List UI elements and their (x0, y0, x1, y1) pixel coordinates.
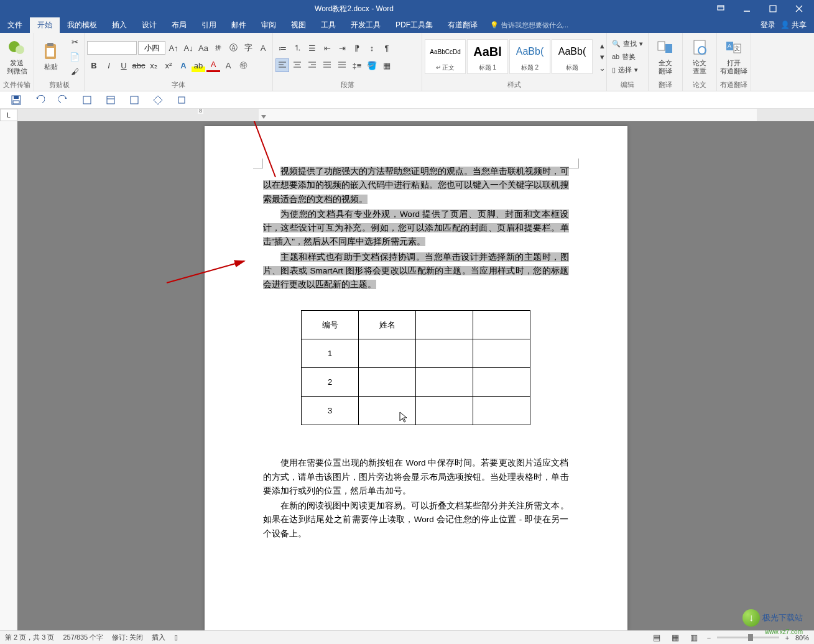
increase-indent-button[interactable]: ⇥ (335, 41, 349, 55)
bold-button[interactable]: B (87, 58, 101, 72)
underline-button[interactable]: U (117, 58, 131, 72)
shading-button[interactable]: 🪣 (365, 58, 379, 72)
italic-button[interactable]: I (102, 58, 116, 72)
phonetic-button[interactable]: 拼 (211, 41, 225, 55)
tab-tools[interactable]: 工具 (313, 17, 343, 33)
char-shading-button[interactable]: A (221, 58, 235, 72)
status-words[interactable]: 257/835 个字 (63, 633, 103, 642)
subscript-button[interactable]: x₂ (147, 58, 160, 72)
grow-font-button[interactable]: A↑ (167, 41, 180, 55)
decrease-indent-button[interactable]: ⇤ (320, 41, 334, 55)
multilevel-button[interactable]: ☰ (305, 41, 319, 55)
style-heading2[interactable]: AaBb(标题 2 (509, 39, 550, 74)
view-web-button[interactable]: ▥ (687, 631, 701, 645)
open-youdao-button[interactable]: A文打开 有道翻译 (719, 34, 748, 79)
qat-btn-7[interactable] (152, 94, 164, 106)
qat-btn-6[interactable] (128, 94, 141, 106)
font-size-select[interactable] (138, 41, 165, 55)
undo-button[interactable] (34, 94, 46, 106)
replace-button[interactable]: ab替换 (612, 50, 643, 63)
zoom-slider[interactable] (717, 637, 779, 638)
line-spacing-button[interactable]: ‡≡ (350, 58, 364, 72)
ruler-horizontal[interactable]: 8 (17, 109, 814, 121)
minimize-button[interactable] (734, 1, 759, 17)
tab-view[interactable]: 视图 (284, 17, 313, 33)
tab-review[interactable]: 审阅 (254, 17, 284, 33)
tab-pdf[interactable]: PDF工具集 (388, 17, 440, 33)
copy-button[interactable]: 📄 (68, 50, 81, 63)
tab-home[interactable]: 开始 (30, 17, 60, 33)
tab-youdao[interactable]: 有道翻译 (440, 17, 485, 33)
send-wechat-button[interactable]: 发送 到微信 (2, 34, 31, 79)
tab-layout[interactable]: 布局 (164, 17, 194, 33)
login-button[interactable]: 登录 (761, 20, 775, 30)
font-name-select[interactable] (87, 41, 137, 55)
ribbon-options-icon[interactable] (708, 1, 733, 17)
tab-insert[interactable]: 插入 (104, 17, 134, 33)
fulltext-translate-button[interactable]: 全文 翻译 (651, 34, 680, 79)
status-revision[interactable]: 修订: 关闭 (112, 633, 143, 642)
align-left-button[interactable] (275, 58, 289, 72)
qat-btn-8[interactable] (175, 94, 188, 106)
close-button[interactable] (787, 1, 812, 17)
show-marks-button[interactable]: ¶ (380, 41, 394, 55)
tab-references[interactable]: 引用 (194, 17, 224, 33)
qat-btn-5[interactable] (104, 94, 117, 106)
borders-button[interactable]: ▦ (380, 58, 394, 72)
align-right-button[interactable] (305, 58, 319, 72)
tab-design[interactable]: 设计 (134, 17, 164, 33)
status-insert[interactable]: 插入 (152, 633, 165, 642)
text-effects-button[interactable]: A (177, 58, 190, 72)
enclosed-char-button[interactable]: A (256, 41, 270, 55)
paragraph-5[interactable]: 在新的阅读视图中阅读更加容易。可以折叠文档某些部分并关注所需文本。如果在达到结尾… (263, 499, 569, 541)
document-area[interactable]: 视频提供了功能强大的方法帮助您证明您的观点。当您单击联机视频时，可以在想要添加的… (17, 121, 814, 631)
maximize-button[interactable] (761, 1, 785, 17)
shrink-font-button[interactable]: A↓ (182, 41, 195, 55)
style-title[interactable]: AaBb(标题 (552, 39, 593, 74)
select-button[interactable]: ▯选择 ▾ (612, 63, 643, 76)
strikethrough-button[interactable]: abc (132, 58, 146, 72)
enclose-char-button[interactable]: ㊕ (236, 58, 250, 72)
zoom-out-button[interactable]: − (706, 634, 712, 642)
numbering-button[interactable]: ⒈ (290, 41, 304, 55)
font-color-button[interactable]: A (206, 58, 220, 72)
text-direction-button[interactable]: ⁋ (350, 41, 364, 55)
paste-button[interactable]: 粘贴 (37, 34, 65, 79)
tab-file[interactable]: 文件 (0, 17, 30, 33)
paragraph-4[interactable]: 使用在需要位置出现的新按钮在 Word 中保存时间。若要更改图片适应文档的方式，… (263, 456, 569, 498)
clear-format-button[interactable]: Ⓐ (226, 41, 240, 55)
status-overtype-icon[interactable]: ▯ (174, 633, 178, 642)
tab-devtools[interactable]: 开发工具 (343, 17, 388, 33)
redo-button[interactable] (57, 94, 70, 106)
cut-button[interactable]: ✂ (68, 35, 81, 48)
border-char-button[interactable]: 字 (241, 41, 255, 55)
align-center-button[interactable] (290, 58, 304, 72)
tab-mail[interactable]: 邮件 (224, 17, 254, 33)
view-read-button[interactable]: ▤ (650, 631, 664, 645)
superscript-button[interactable]: x² (162, 58, 175, 72)
style-gallery[interactable]: AaBbCcDd↵ 正文 AaBl标题 1 AaBb(标题 2 AaBb(标题 (425, 39, 593, 74)
paragraph-1[interactable]: 视频提供了功能强大的方法帮助您证明您的观点。当您单击联机视频时，可以在想要添加的… (263, 165, 569, 206)
save-button[interactable] (10, 94, 22, 106)
bullets-button[interactable]: ≔ (275, 41, 289, 55)
style-heading1[interactable]: AaBl标题 1 (467, 39, 508, 74)
share-button[interactable]: 👤 共享 (780, 20, 807, 30)
sort-button[interactable]: ↕ (365, 41, 379, 55)
format-painter-button[interactable]: 🖌 (68, 65, 81, 78)
qat-btn-4[interactable] (81, 94, 93, 106)
paragraph-2[interactable]: 为使您的文档具有专业外观，Word 提供了页眉、页脚、封面和文本框设计，这些设计… (263, 208, 569, 249)
align-justify-button[interactable] (320, 58, 334, 72)
highlight-button[interactable]: ab (192, 58, 205, 72)
style-normal[interactable]: AaBbCcDd↵ 正文 (425, 39, 466, 74)
find-button[interactable]: 🔍查找 ▾ (612, 37, 643, 50)
ruler-vertical[interactable] (0, 121, 17, 631)
document-table[interactable]: 编号姓名 1 2 3 (301, 310, 530, 425)
paragraph-3[interactable]: 主题和样式也有助于文档保持协调。当您单击设计并选择新的主题时，图片、图表或 Sm… (263, 251, 569, 292)
align-distribute-button[interactable] (335, 58, 349, 72)
view-print-button[interactable]: ▦ (668, 631, 682, 645)
thesis-check-button[interactable]: 论文 查重 (685, 34, 714, 79)
change-case-button[interactable]: Aa (197, 41, 210, 55)
tab-templates[interactable]: 我的模板 (60, 17, 104, 33)
status-page[interactable]: 第 2 页，共 3 页 (5, 633, 54, 642)
tell-me-input[interactable]: 💡 告诉我您想要做什么... (490, 21, 568, 30)
